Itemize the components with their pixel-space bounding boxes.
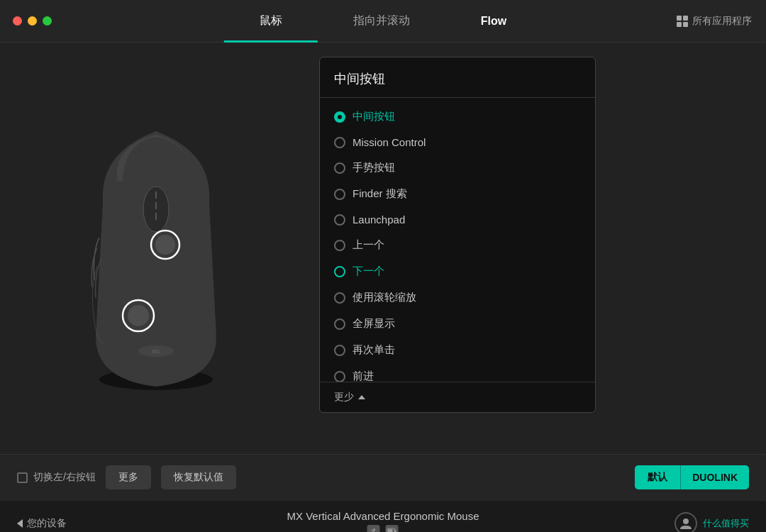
- close-button[interactable]: [13, 16, 22, 26]
- svg-text:MX: MX: [152, 349, 160, 354]
- radio-button[interactable]: [334, 137, 345, 148]
- list-item[interactable]: 前进: [320, 363, 595, 382]
- swap-buttons-checkbox[interactable]: [17, 472, 28, 483]
- radio-button[interactable]: [334, 162, 345, 174]
- bluetooth-icon: [367, 525, 380, 533]
- list-item-label: Mission Control: [353, 136, 426, 148]
- tab-flow[interactable]: Flow: [445, 0, 542, 43]
- radio-button[interactable]: [334, 189, 345, 200]
- back-button[interactable]: 您的设备: [17, 517, 67, 530]
- list-item-label: 前进: [353, 370, 374, 382]
- radio-button[interactable]: [334, 318, 345, 330]
- dropdown-footer[interactable]: 更少: [320, 382, 595, 412]
- dropdown-title: 中间按钮: [320, 57, 595, 98]
- tab-pointing[interactable]: 指向并滚动: [318, 0, 445, 43]
- list-item[interactable]: 再次单击: [320, 337, 595, 363]
- dropdown-panel: 中间按钮 中间按钮Mission Control手势按钮Finder 搜索Lau…: [319, 57, 596, 413]
- list-item[interactable]: 全屏显示: [320, 311, 595, 337]
- titlebar: 鼠标 指向并滚动 Flow 所有应用程序: [0, 0, 766, 43]
- checkbox-area[interactable]: 切换左/右按钮: [17, 471, 96, 484]
- radio-button[interactable]: [334, 111, 345, 123]
- svg-point-6: [155, 235, 175, 255]
- main-content: MX 中间按钮 中间按钮Mission Control手势按钮Finder 搜索…: [0, 43, 766, 454]
- radio-button[interactable]: [334, 214, 345, 226]
- action-buttons: 默认 DUOLINK: [635, 465, 749, 489]
- svg-rect-12: [395, 530, 396, 533]
- device-icons: [287, 525, 479, 533]
- dropdown-list[interactable]: 中间按钮Mission Control手势按钮Finder 搜索Launchpa…: [320, 98, 595, 382]
- swap-buttons-label: 切换左/右按钮: [33, 471, 96, 484]
- chevron-left-icon: [17, 519, 23, 528]
- traffic-lights: [13, 16, 52, 26]
- list-item-label: 全屏显示: [353, 317, 395, 331]
- chevron-up-icon: [358, 395, 365, 399]
- grid-icon: [677, 16, 688, 27]
- list-item-label: 中间按钮: [353, 110, 395, 123]
- tab-mouse[interactable]: 鼠标: [224, 0, 318, 43]
- list-item[interactable]: Mission Control: [320, 130, 595, 155]
- default-button[interactable]: 默认: [635, 465, 680, 489]
- svg-point-8: [128, 305, 149, 326]
- list-item[interactable]: 中间按钮: [320, 104, 595, 130]
- duolink-button[interactable]: DUOLINK: [680, 465, 749, 489]
- list-item-label: 下一个: [353, 265, 384, 278]
- list-item[interactable]: Launchpad: [320, 207, 595, 232]
- list-item-label: 上一个: [353, 238, 384, 252]
- svg-point-14: [683, 519, 689, 524]
- statusbar: 您的设备 MX Vertical Advanced Ergonomic Mous…: [0, 500, 766, 532]
- minimize-button[interactable]: [28, 16, 37, 26]
- device-name: MX Vertical Advanced Ergonomic Mouse: [287, 510, 479, 522]
- list-item[interactable]: 手势按钮: [320, 155, 595, 181]
- all-apps-button[interactable]: 所有应用程序: [677, 15, 752, 28]
- list-item[interactable]: 下一个: [320, 258, 595, 284]
- radio-button[interactable]: [334, 345, 345, 356]
- user-icon: [675, 512, 697, 532]
- device-info: MX Vertical Advanced Ergonomic Mouse: [287, 510, 479, 533]
- back-label: 您的设备: [27, 517, 67, 530]
- watermark-label: 什么值得买: [703, 517, 749, 530]
- mouse-illustration: MX: [60, 96, 252, 401]
- restore-defaults-button[interactable]: 恢复默认值: [161, 465, 236, 489]
- mouse-area: MX: [0, 43, 312, 454]
- list-item[interactable]: Finder 搜索: [320, 181, 595, 207]
- radio-button[interactable]: [334, 266, 345, 277]
- list-item-label: 再次单击: [353, 343, 395, 357]
- radio-button[interactable]: [334, 371, 345, 382]
- battery-icon: [386, 525, 399, 533]
- svg-rect-13: [388, 529, 393, 533]
- user-area[interactable]: 什么值得买: [675, 512, 749, 532]
- bottom-bar: 切换左/右按钮 更多 恢复默认值 默认 DUOLINK: [0, 454, 766, 500]
- list-item[interactable]: 使用滚轮缩放: [320, 284, 595, 311]
- fullscreen-button[interactable]: [43, 16, 52, 26]
- radio-button[interactable]: [334, 292, 345, 304]
- show-less-label: 更少: [334, 391, 354, 404]
- list-item-label: 使用滚轮缩放: [353, 291, 416, 304]
- more-button[interactable]: 更多: [106, 465, 151, 489]
- radio-button[interactable]: [334, 240, 345, 251]
- tab-bar: 鼠标 指向并滚动 Flow: [224, 0, 542, 43]
- list-item-label: Launchpad: [353, 214, 405, 226]
- list-item[interactable]: 上一个: [320, 232, 595, 258]
- list-item-label: 手势按钮: [353, 161, 395, 174]
- list-item-label: Finder 搜索: [353, 187, 407, 201]
